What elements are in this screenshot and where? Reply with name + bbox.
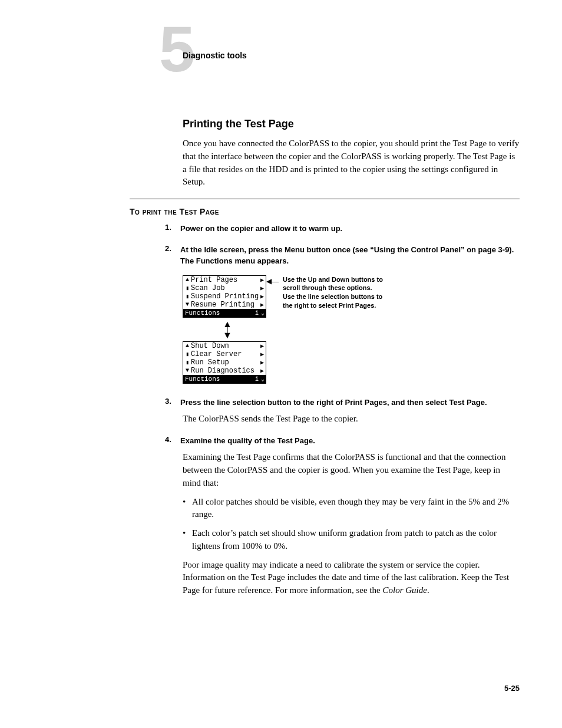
step-text: At the Idle screen, press the Menu butto… [180,244,516,267]
lcd-screen-2: ▲Shut Down▶ ▮Clear Server▶ ▮Run Setup▶ ▼… [183,341,266,384]
section-title: Printing the Test Page [183,118,521,130]
connector-arrow-icon: ▲│▼ [223,321,232,338]
lcd-footer-label: Functions [185,309,220,317]
down-arrow-icon: ▼ [185,301,190,308]
step-3: 3. Press the line selection button to th… [165,397,521,426]
info-icon: i ⌄ [255,375,264,383]
reference-title: Color Guide [382,585,427,595]
lcd-item: Run Diagnostics [190,367,260,375]
callout-text: Use the Up and Down buttons to scroll th… [283,275,383,310]
right-triangle-icon: ▶ [260,293,264,300]
page: 5 Diagnostic tools Printing the Test Pag… [0,0,562,728]
step-number: 1. [165,223,178,232]
closing-paragraph: Poor image quality may indicate a need t… [183,559,518,597]
up-arrow-icon: ▲ [185,276,190,283]
lcd-screen-1: ▲Print Pages▶ ▮Scan Job▶ ▮Suspend Printi… [183,275,266,318]
right-triangle-icon: ▶ [260,276,264,284]
right-triangle-icon: ▶ [260,285,264,292]
lcd-item: Shut Down [190,342,260,350]
step-body: The ColorPASS sends the Test Page to the… [183,413,518,426]
lcd-illustration: ▲Print Pages▶ ▮Scan Job▶ ▮Suspend Printi… [183,275,521,387]
right-triangle-icon: ▶ [260,359,264,366]
step-text: Examine the quality of the Test Page. [180,435,516,447]
bullet-item: All color patches should be visible, eve… [192,496,518,522]
step-2: 2. At the Idle screen, press the Menu bu… [165,244,521,387]
step-number: 3. [165,397,178,406]
right-triangle-icon: ▶ [260,342,264,350]
step-text: Power on the copier and allow it to warm… [180,223,516,235]
lcd-item: Print Pages [190,276,260,284]
rule-line [130,199,520,199]
info-icon: i ⌄ [255,309,264,317]
section-content: Printing the Test Page Once you have con… [183,118,521,197]
step-number: 2. [165,244,178,253]
callout-arrow-icon: ◀— [266,277,279,286]
page-number: 5-25 [504,684,520,693]
lcd-item: Clear Server [190,350,260,358]
right-triangle-icon: ▶ [260,351,264,358]
bullet-item: Each color’s patch set should show unifo… [192,527,518,553]
lcd-item: Run Setup [190,358,260,367]
marker-icon: ▮ [185,359,190,366]
marker-icon: ▮ [185,293,190,300]
marker-icon: ▮ [185,351,190,358]
steps-list: 1. Power on the copier and allow it to w… [165,223,521,607]
bullet-list: All color patches should be visible, eve… [192,496,518,553]
lcd-item: Resume Printing [190,301,260,309]
up-arrow-icon: ▲ [185,342,190,349]
step-1: 1. Power on the copier and allow it to w… [165,223,521,235]
lcd-footer-label: Functions [185,375,220,383]
intro-paragraph: Once you have connected the ColorPASS to… [183,137,521,189]
right-triangle-icon: ▶ [260,367,264,374]
marker-icon: ▮ [185,285,190,292]
lcd-item: Scan Job [190,284,260,292]
step-text: Press the line selection button to the r… [180,397,516,409]
chapter-number: 5 [159,17,195,81]
step-4: 4. Examine the quality of the Test Page.… [165,435,521,597]
lcd-item: Suspend Printing [190,292,260,301]
down-arrow-icon: ▼ [185,367,190,374]
step-number: 4. [165,435,178,444]
right-triangle-icon: ▶ [260,301,264,308]
chapter-label: Diagnostic tools [183,51,247,60]
procedure-heading: To print the Test Page [130,207,219,216]
step-body: Examining the Test Page confirms that th… [183,451,518,489]
